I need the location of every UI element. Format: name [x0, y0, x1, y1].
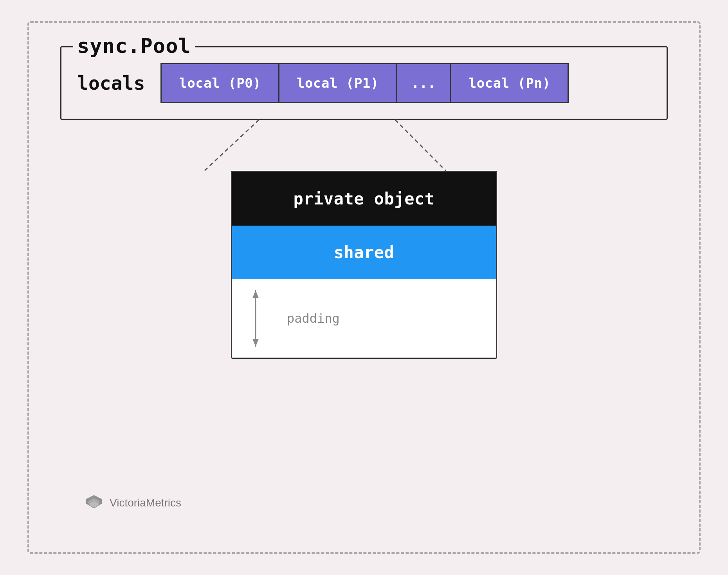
vm-logo-icon	[84, 493, 104, 513]
local-detail-box: private object shared	[231, 171, 497, 359]
local-cell-dots: ...	[397, 64, 451, 102]
main-content: sync.Pool locals local (P0) local (P1) .…	[60, 46, 668, 529]
vm-logo-text: VictoriaMetrics	[110, 497, 181, 509]
local-items-container: local (P0) local (P1) ... local (Pn)	[160, 63, 569, 103]
local-cell-p1: local (P1)	[279, 64, 397, 102]
sync-pool-section: sync.Pool locals local (P0) local (P1) .…	[60, 46, 668, 120]
svg-line-1	[395, 120, 446, 171]
padding-section: padding	[232, 279, 496, 358]
local-cell-pn: local (Pn)	[451, 64, 568, 102]
bottom-section: private object shared	[60, 171, 668, 359]
locals-label: locals	[77, 72, 145, 94]
local-cell-p0: local (P0)	[162, 64, 279, 102]
vm-logo: VictoriaMetrics	[84, 493, 181, 513]
svg-line-0	[204, 120, 259, 171]
padding-arrow	[248, 279, 263, 358]
padding-arrow-svg	[248, 287, 263, 350]
outer-dashed-border: sync.Pool locals local (P0) local (P1) .…	[27, 21, 701, 554]
sync-pool-box: sync.Pool locals local (P0) local (P1) .…	[60, 46, 668, 120]
connector-area	[60, 120, 668, 171]
shared-cell: shared	[232, 226, 496, 279]
connector-svg	[60, 120, 668, 171]
svg-marker-4	[252, 339, 259, 347]
padding-label: padding	[287, 311, 340, 326]
private-object-cell: private object	[232, 172, 496, 226]
locals-row: locals local (P0) local (P1) ... local (…	[77, 63, 651, 103]
sync-pool-label: sync.Pool	[73, 34, 195, 58]
